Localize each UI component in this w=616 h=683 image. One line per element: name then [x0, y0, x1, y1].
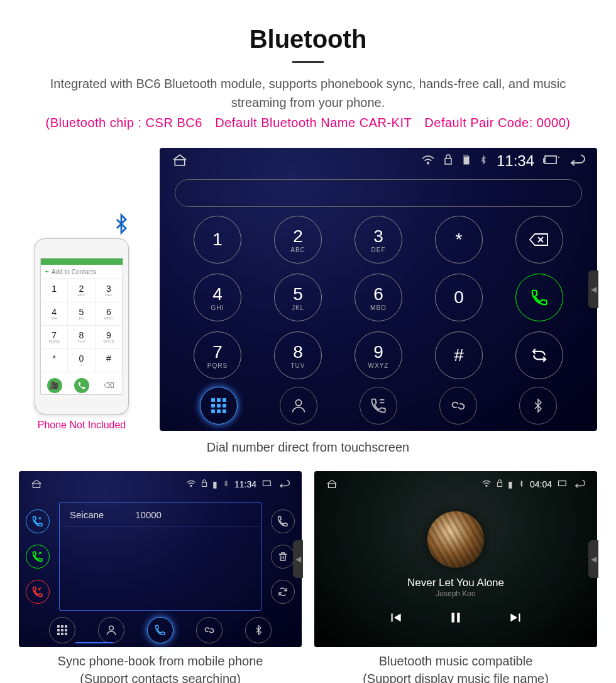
phone-add-contacts: + Add to Contacts	[41, 265, 123, 279]
side-drawer-handle[interactable]: ◀	[293, 540, 303, 578]
phone-key: 1	[41, 279, 68, 303]
phone-key: 6MNO	[96, 303, 123, 326]
phone-key: 9WXYZ	[96, 326, 123, 349]
dialer-caption: Dial number direct from touchscreen	[19, 438, 597, 456]
contact-name: Seicane	[70, 509, 104, 520]
svg-rect-7	[202, 482, 206, 486]
recents-icon[interactable]	[261, 479, 273, 489]
phone-note: Phone Not Included	[19, 419, 145, 431]
call-button[interactable]	[515, 274, 563, 321]
dial-key-#[interactable]: #	[435, 331, 483, 379]
tab-pairing[interactable]	[439, 387, 477, 425]
tab-calllog[interactable]	[147, 617, 173, 643]
phone-key: 5JKL	[68, 303, 95, 326]
phone-key: 2ABC	[68, 279, 95, 303]
phone-mock: + Add to Contacts 12ABC3DEF4GHI5JKL6MNO7…	[19, 219, 145, 431]
svg-point-6	[190, 485, 192, 486]
delete-contact-icon[interactable]	[271, 545, 295, 569]
outgoing-call-icon[interactable]	[26, 545, 50, 569]
svg-rect-8	[263, 481, 271, 486]
tab-calllog[interactable]	[360, 387, 397, 425]
phone-key: 0+	[68, 349, 95, 372]
side-drawer-handle[interactable]: ◀	[588, 540, 598, 578]
phone-call-icon	[74, 378, 89, 393]
tab-bt-settings[interactable]	[519, 387, 557, 425]
backspace-button[interactable]	[515, 216, 563, 264]
incoming-call-icon[interactable]	[26, 580, 50, 604]
svg-rect-13	[559, 481, 566, 486]
contact-row[interactable]: Seicane 10000	[60, 503, 261, 527]
dial-key-1[interactable]: 1	[194, 216, 241, 264]
lock-icon	[497, 479, 503, 489]
svg-rect-14	[452, 613, 454, 622]
sd-icon: ▮	[212, 479, 217, 489]
next-track-button[interactable]	[508, 609, 524, 630]
svg-point-4	[295, 400, 301, 406]
headunit-dialer: 11:34 12ABC3DEF*4GHI5JKL6MBO07PQRS8TUV9W…	[160, 148, 597, 431]
track-title: Never Let You Alone	[407, 577, 504, 589]
music-caption: Bluetooth music compatible (Support disp…	[314, 652, 597, 683]
recents-icon[interactable]	[543, 153, 559, 169]
svg-rect-15	[457, 613, 459, 622]
phone-key: 4GHI	[41, 303, 68, 326]
svg-rect-2	[445, 158, 451, 164]
dial-key-2[interactable]: 2ABC	[274, 216, 322, 264]
home-icon[interactable]	[326, 479, 338, 491]
wifi-icon	[481, 479, 492, 489]
bluetooth-status-icon	[223, 479, 229, 490]
tab-contacts[interactable]	[98, 617, 124, 643]
play-pause-button[interactable]	[448, 609, 464, 630]
tab-contacts[interactable]	[280, 387, 317, 425]
bluetooth-status-icon	[518, 479, 525, 490]
bluetooth-status-icon	[479, 153, 488, 169]
sd-icon: ▮	[508, 479, 513, 489]
dial-key-8[interactable]: 8TUV	[274, 331, 322, 379]
clock-text: 11:34	[234, 479, 256, 489]
page-title: Bluetooth	[19, 25, 597, 53]
bluetooth-icon	[111, 213, 132, 240]
phone-key: *	[41, 349, 68, 372]
svg-rect-5	[33, 484, 40, 487]
sync-contacts-icon[interactable]	[271, 580, 295, 604]
tab-bt-settings[interactable]	[245, 617, 272, 643]
tab-pairing[interactable]	[196, 617, 223, 643]
back-icon[interactable]	[568, 153, 586, 169]
phone-key: 7PQRS	[41, 326, 68, 349]
dial-key-0[interactable]: 0	[435, 274, 483, 321]
lock-icon	[444, 154, 453, 169]
album-art	[427, 511, 484, 568]
headunit-contacts: ▮ 11:34 Seicane	[19, 471, 302, 647]
phone-video-icon: 🎥	[47, 378, 62, 393]
svg-rect-0	[175, 160, 184, 165]
svg-rect-3	[545, 156, 556, 164]
intro-text: Integrated with BC6 Bluetooth module, su…	[38, 74, 578, 112]
home-icon[interactable]	[171, 153, 189, 170]
side-drawer-handle[interactable]: ◀	[588, 270, 598, 308]
back-icon[interactable]	[573, 479, 586, 490]
svg-point-1	[427, 162, 429, 164]
svg-rect-10	[328, 484, 335, 487]
subline-text: (Bluetooth chip : CSR BC6 Default Blueto…	[19, 116, 597, 130]
dial-key-9[interactable]: 9WXYZ	[355, 331, 402, 379]
swap-button[interactable]	[515, 331, 563, 379]
tab-keypad[interactable]	[49, 617, 75, 643]
tab-keypad[interactable]	[200, 387, 238, 425]
dial-key-*[interactable]: *	[435, 216, 483, 264]
dial-input[interactable]	[175, 179, 582, 207]
back-icon[interactable]	[278, 479, 290, 490]
dial-key-3[interactable]: 3DEF	[355, 216, 402, 264]
missed-call-icon[interactable]	[26, 509, 50, 533]
prev-track-button[interactable]	[387, 609, 404, 630]
svg-point-9	[109, 626, 114, 630]
dial-key-5[interactable]: 5JKL	[274, 274, 322, 321]
phone-key: #	[96, 349, 123, 372]
contacts-list[interactable]: Seicane 10000	[59, 503, 261, 611]
dial-key-4[interactable]: 4GHI	[194, 274, 241, 321]
dial-key-7[interactable]: 7PQRS	[194, 331, 241, 379]
wifi-icon	[421, 154, 435, 169]
home-icon[interactable]	[30, 479, 43, 491]
recents-icon[interactable]	[557, 479, 568, 489]
dial-contact-icon[interactable]	[271, 509, 295, 533]
title-divider	[292, 61, 324, 63]
dial-key-6[interactable]: 6MBO	[355, 274, 402, 321]
